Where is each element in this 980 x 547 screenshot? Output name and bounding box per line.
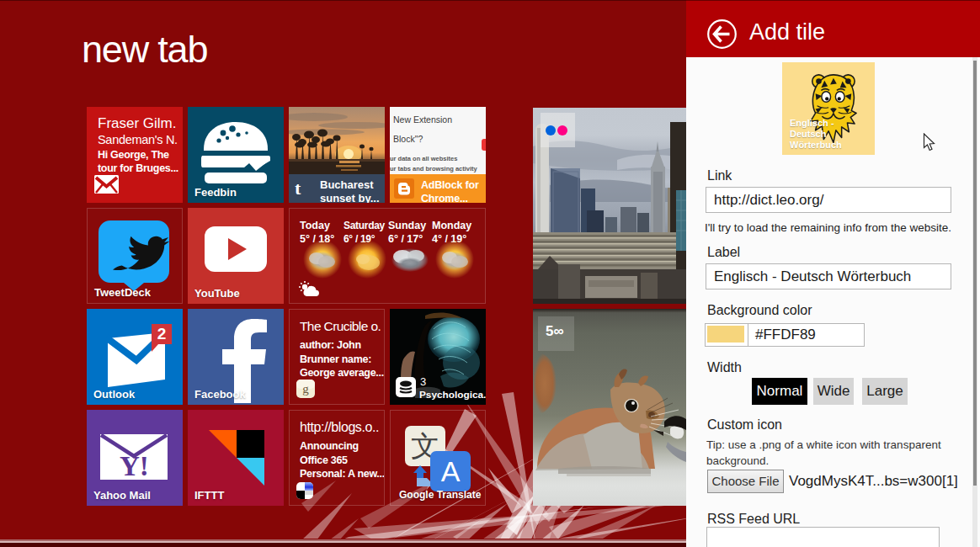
svg-text:A: A	[441, 455, 461, 487]
svg-text:Y!: Y!	[120, 451, 149, 480]
svg-text:g: g	[302, 382, 309, 396]
svg-text:2: 2	[157, 325, 167, 343]
